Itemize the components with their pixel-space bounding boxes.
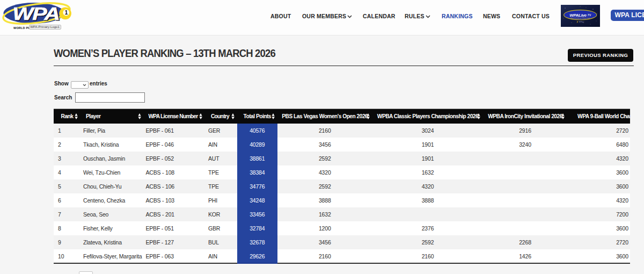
svg-text:.TV: .TV: [587, 13, 591, 17]
svg-text:⚡ EPlay: ⚡ EPlay: [576, 20, 584, 23]
svg-text:1: 1: [64, 9, 68, 16]
svg-text:Watch the Action Where Live!: Watch the Action Where Live!: [570, 17, 590, 19]
svg-text:WPA: WPA: [13, 4, 60, 24]
